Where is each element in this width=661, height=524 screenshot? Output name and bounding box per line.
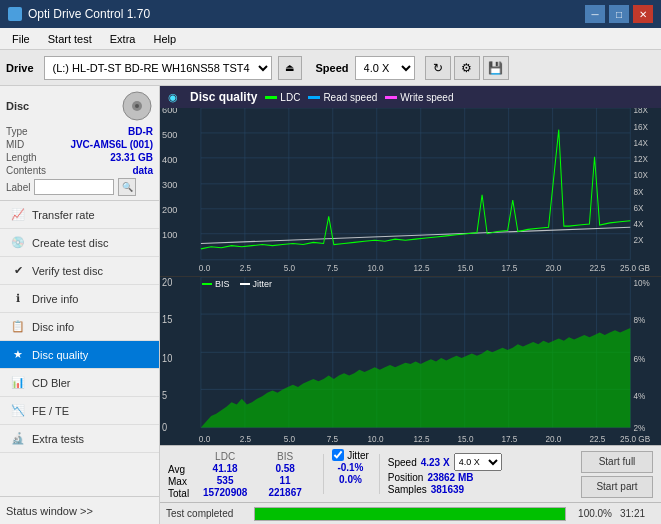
drive-icon-group: ↻ ⚙ 💾 bbox=[425, 56, 509, 80]
svg-text:20: 20 bbox=[162, 277, 173, 288]
svg-text:10: 10 bbox=[162, 352, 173, 364]
start-part-button[interactable]: Start part bbox=[581, 476, 653, 498]
nav-drive-info-label: Drive info bbox=[32, 293, 78, 305]
progress-time-text: 31:21 bbox=[620, 508, 655, 519]
svg-text:18X: 18X bbox=[633, 108, 648, 115]
nav-cd-bler[interactable]: 📊 CD Bler bbox=[0, 369, 159, 397]
status-window-label: Status window >> bbox=[6, 505, 93, 517]
svg-point-2 bbox=[135, 104, 139, 108]
left-panel: Disc Type BD-R MID JVC-AMS6L (001) Lengt… bbox=[0, 86, 160, 524]
svg-text:10.0: 10.0 bbox=[368, 433, 384, 444]
nav-create-test-disc-label: Create test disc bbox=[32, 237, 108, 249]
svg-text:25.0 GB: 25.0 GB bbox=[620, 262, 650, 272]
nav-verify-test-disc[interactable]: ✔ Verify test disc bbox=[0, 257, 159, 285]
svg-text:15.0: 15.0 bbox=[458, 262, 474, 272]
menu-extra[interactable]: Extra bbox=[102, 31, 144, 47]
svg-text:10%: 10% bbox=[633, 278, 650, 289]
svg-text:6X: 6X bbox=[633, 203, 643, 213]
svg-text:4X: 4X bbox=[633, 219, 643, 229]
svg-text:8X: 8X bbox=[633, 186, 643, 196]
disc-label-search-button[interactable]: 🔍 bbox=[118, 178, 136, 196]
minimize-button[interactable]: ─ bbox=[585, 5, 605, 23]
svg-text:20.0: 20.0 bbox=[545, 262, 561, 272]
menu-file[interactable]: File bbox=[4, 31, 38, 47]
nav-fe-te[interactable]: 📉 FE / TE bbox=[0, 397, 159, 425]
disc-label-key: Label bbox=[6, 182, 30, 193]
nav-disc-quality-label: Disc quality bbox=[32, 349, 88, 361]
legend-ldc: LDC bbox=[265, 92, 300, 103]
legend-write-speed: Write speed bbox=[385, 92, 453, 103]
svg-text:7.5: 7.5 bbox=[327, 433, 338, 444]
drivebar: Drive (L:) HL-DT-ST BD-RE WH16NS58 TST4 … bbox=[0, 50, 661, 86]
samples-label: Samples bbox=[388, 484, 427, 495]
close-button[interactable]: ✕ bbox=[633, 5, 653, 23]
maximize-button[interactable]: □ bbox=[609, 5, 629, 23]
menubar: File Start test Extra Help bbox=[0, 28, 661, 50]
jitter-legend-label: Jitter bbox=[253, 279, 273, 289]
create-test-disc-icon: 💿 bbox=[10, 235, 26, 251]
ldc-max-val: 535 bbox=[195, 475, 255, 486]
bis-chart-svg: 20 15 10 5 0 10% 8% 6% 4% 2% 0.0 2.5 bbox=[160, 277, 661, 445]
action-buttons: Start full Start part bbox=[581, 451, 653, 498]
total-label: Total bbox=[168, 488, 189, 499]
start-full-button[interactable]: Start full bbox=[581, 451, 653, 473]
read-speed-legend-label: Read speed bbox=[323, 92, 377, 103]
nav-verify-test-disc-label: Verify test disc bbox=[32, 265, 103, 277]
speed-select[interactable]: 4.0 X bbox=[355, 56, 415, 80]
svg-text:4%: 4% bbox=[633, 390, 645, 401]
speed-current-val: 4.23 X bbox=[421, 457, 450, 468]
fe-te-icon: 📉 bbox=[10, 403, 26, 419]
legend-read-speed: Read speed bbox=[308, 92, 377, 103]
disc-label-row: Label 🔍 bbox=[6, 178, 153, 196]
menu-start-test[interactable]: Start test bbox=[40, 31, 100, 47]
jitter-col-header: Jitter bbox=[347, 450, 369, 461]
ldc-total-val: 15720908 bbox=[195, 487, 255, 498]
eject-button[interactable]: ⏏ bbox=[278, 56, 302, 80]
jitter-legend: Jitter bbox=[240, 279, 273, 289]
position-val: 23862 MB bbox=[427, 472, 473, 483]
svg-text:2%: 2% bbox=[633, 423, 645, 434]
svg-text:400: 400 bbox=[162, 154, 177, 165]
progress-percent-text: 100.0% bbox=[574, 508, 612, 519]
extra-tests-icon: 🔬 bbox=[10, 431, 26, 447]
status-text: Test completed bbox=[166, 508, 246, 519]
nav-fe-te-label: FE / TE bbox=[32, 405, 69, 417]
speed-row: Speed 4.23 X 4.0 X bbox=[388, 453, 502, 471]
speed-position-section: Speed 4.23 X 4.0 X Position 23862 MB Sam… bbox=[388, 453, 502, 495]
svg-text:16X: 16X bbox=[633, 121, 648, 131]
svg-text:17.5: 17.5 bbox=[501, 262, 517, 272]
ldc-avg-val: 41.18 bbox=[195, 463, 255, 474]
bis-legend: BIS bbox=[202, 279, 230, 289]
nav-extra-tests[interactable]: 🔬 Extra tests bbox=[0, 425, 159, 453]
jitter-checkbox[interactable] bbox=[332, 449, 344, 461]
settings-button[interactable]: ⚙ bbox=[454, 56, 480, 80]
disc-info-icon: 📋 bbox=[10, 319, 26, 335]
nav-extra-tests-label: Extra tests bbox=[32, 433, 84, 445]
disc-section-title: Disc bbox=[6, 100, 29, 112]
position-row: Position 23862 MB bbox=[388, 472, 502, 483]
refresh-button[interactable]: ↻ bbox=[425, 56, 451, 80]
nav-drive-info[interactable]: ℹ Drive info bbox=[0, 285, 159, 313]
nav-disc-info[interactable]: 📋 Disc info bbox=[0, 313, 159, 341]
bis-legend-color bbox=[202, 283, 212, 285]
disc-mid-row: MID JVC-AMS6L (001) bbox=[6, 139, 153, 150]
cd-bler-icon: 📊 bbox=[10, 375, 26, 391]
svg-text:0.0: 0.0 bbox=[199, 262, 211, 272]
save-button[interactable]: 💾 bbox=[483, 56, 509, 80]
drive-select[interactable]: (L:) HL-DT-ST BD-RE WH16NS58 TST4 bbox=[44, 56, 272, 80]
nav-cd-bler-label: CD Bler bbox=[32, 377, 71, 389]
chart-header: ◉ Disc quality LDC Read speed Write spee… bbox=[160, 86, 661, 108]
speed-target-select[interactable]: 4.0 X bbox=[454, 453, 502, 471]
menu-help[interactable]: Help bbox=[145, 31, 184, 47]
status-window[interactable]: Status window >> bbox=[0, 496, 159, 524]
disc-contents-label: Contents bbox=[6, 165, 46, 176]
stats-labels: Avg Max Total bbox=[168, 450, 189, 499]
disc-contents-value: data bbox=[132, 165, 153, 176]
charts-area: 600 500 400 300 200 100 18X 16X 14X 12X … bbox=[160, 108, 661, 445]
nav-transfer-rate[interactable]: 📈 Transfer rate bbox=[0, 201, 159, 229]
nav-disc-quality[interactable]: ★ Disc quality bbox=[0, 341, 159, 369]
disc-label-input[interactable] bbox=[34, 179, 114, 195]
nav-create-test-disc[interactable]: 💿 Create test disc bbox=[0, 229, 159, 257]
progress-bar-outer bbox=[254, 507, 566, 521]
top-chart: 600 500 400 300 200 100 18X 16X 14X 12X … bbox=[160, 108, 661, 277]
